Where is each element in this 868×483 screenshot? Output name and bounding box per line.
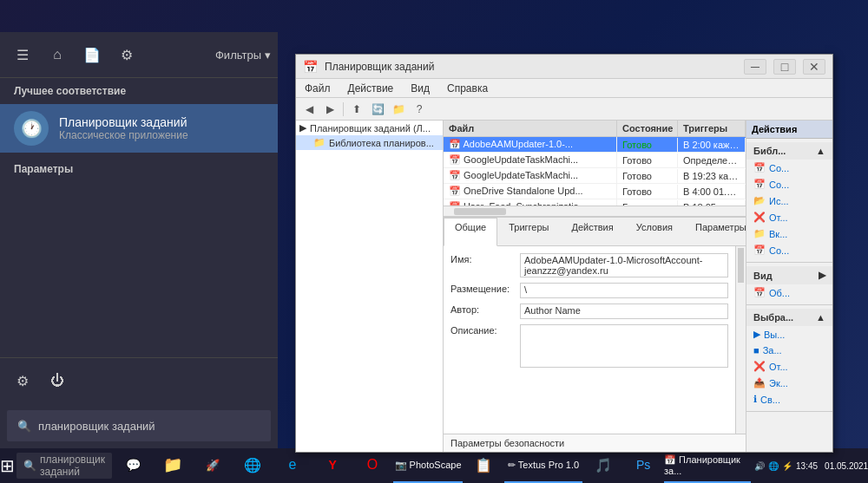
- system-icon-2[interactable]: 🌐: [768, 461, 779, 471]
- power-icon[interactable]: ⏻: [42, 365, 73, 396]
- action-disable2[interactable]: ❌ От...: [746, 358, 832, 375]
- chevron-icon: ▲: [816, 312, 825, 323]
- security-bar: Параметры безопасности: [444, 434, 746, 452]
- tree-arrow-icon: ▶: [299, 122, 306, 134]
- settings-bottom-icon[interactable]: ⚙: [7, 365, 38, 396]
- table-row[interactable]: 📅 User_Feed_Synchronizatio... Готово В 1…: [444, 199, 746, 206]
- system-icon-1[interactable]: 🔊: [754, 461, 765, 471]
- action-icon: 📅: [753, 287, 766, 298]
- taskbar-autostart[interactable]: 🚀: [194, 448, 232, 483]
- settings-icon[interactable]: ⚙: [111, 39, 142, 70]
- start-button[interactable]: ⊞: [0, 448, 15, 483]
- tree-library-label: Библиотека планиров...: [329, 138, 434, 148]
- action-create1[interactable]: 📅 Co...: [746, 160, 832, 176]
- tab-general[interactable]: Общие: [444, 218, 497, 246]
- col-triggers: Триггеры: [678, 121, 746, 136]
- action-export[interactable]: 📤 Эк...: [746, 375, 832, 391]
- taskbar-yandex[interactable]: Y: [313, 448, 352, 483]
- action-create2[interactable]: 📅 Co...: [746, 176, 832, 193]
- action-icon: 📅: [753, 162, 766, 173]
- action-icon: ❌: [753, 212, 766, 223]
- hamburger-icon[interactable]: ☰: [7, 39, 38, 70]
- window-title: Планировщик заданий: [325, 61, 737, 73]
- detail-scroll-thumb[interactable]: [738, 248, 744, 283]
- action-properties[interactable]: ℹ Св...: [746, 391, 832, 408]
- hscroll-thumb[interactable]: [454, 208, 506, 215]
- maximize-button[interactable]: □: [773, 59, 796, 75]
- tree-library[interactable]: 📁 Библиотека планиров...: [296, 135, 443, 150]
- toolbar-up[interactable]: ⬆: [347, 101, 366, 118]
- toolbar-folder[interactable]: 📁: [389, 101, 408, 118]
- search-panel-header: ☰ ⌂ 📄 ⚙ Фильтры ▾: [0, 32, 278, 78]
- action-run[interactable]: ▶ Вы...: [746, 326, 832, 343]
- taskbar-search-bar[interactable]: 🔍 планировщик заданий: [16, 453, 112, 479]
- task-scheduler-window: 📅 Планировщик заданий ─ □ ✕ Файл Действи…: [295, 54, 833, 453]
- field-name-row: Имя: AdobeAAMUpdater-1.0-MicrosoftAccoun…: [450, 253, 728, 277]
- section-library-title: Библ... ▲: [746, 142, 832, 160]
- window-body: ▶ Планировщик заданий (Л... 📁 Библиотека…: [296, 121, 832, 452]
- tab-conditions[interactable]: Условия: [625, 218, 684, 246]
- menu-action[interactable]: Действие: [339, 79, 403, 97]
- menu-view[interactable]: Вид: [402, 79, 438, 97]
- action-stop[interactable]: ■ За...: [746, 343, 832, 358]
- table-row[interactable]: 📅 AdobeAAMUpdater-1.0-... Готово В 2:00 …: [444, 137, 746, 153]
- field-location-row: Размещение: \: [450, 283, 728, 298]
- action-disable[interactable]: ❌ От...: [746, 209, 832, 225]
- menu-file[interactable]: Файл: [296, 79, 339, 97]
- window-icon: 📅: [303, 60, 318, 74]
- actions-title-1: Действия: [746, 121, 832, 139]
- tab-actions[interactable]: Действия: [560, 218, 624, 246]
- filter-label: Фильтры: [215, 49, 261, 62]
- author-value[interactable]: Author Name: [520, 304, 728, 319]
- tab-triggers[interactable]: Триггеры: [497, 218, 560, 246]
- task-name-cell: 📅 User_Feed_Synchronizatio...: [444, 199, 617, 206]
- filter-button[interactable]: Фильтры ▾: [215, 49, 271, 62]
- location-label: Размещение:: [450, 283, 520, 294]
- tab-parameters[interactable]: Параметры: [684, 218, 746, 246]
- close-button[interactable]: ✕: [803, 59, 825, 75]
- table-row[interactable]: 📅 GoogleUpdateTaskMachi... Готово Опреде…: [444, 153, 746, 168]
- col-name: Файл: [444, 121, 617, 136]
- taskbar-wmp[interactable]: 🎵: [584, 448, 622, 483]
- title-bar: 📅 Планировщик заданий ─ □ ✕: [296, 55, 832, 79]
- menu-help[interactable]: Справка: [438, 79, 496, 97]
- action-view-item[interactable]: 📅 Об...: [746, 284, 832, 301]
- task-status-cell: Готово: [617, 153, 678, 167]
- toolbar-back[interactable]: ◀: [299, 101, 319, 118]
- tree-root[interactable]: ▶ Планировщик заданий (Л...: [296, 121, 443, 135]
- action-enable-folder[interactable]: 📁 Вк...: [746, 225, 832, 242]
- toolbar-forward[interactable]: ▶: [320, 101, 339, 118]
- toolbar-help[interactable]: ?: [410, 101, 429, 118]
- taskbar-opera[interactable]: O: [353, 448, 391, 483]
- toolbar-refresh[interactable]: 🔄: [368, 101, 387, 118]
- task-status-cell: Готово: [617, 138, 678, 152]
- document-icon[interactable]: 📄: [76, 39, 108, 70]
- taskbar-edge[interactable]: 🌐: [233, 448, 272, 483]
- taskbar-ie[interactable]: e: [273, 448, 312, 483]
- taskbar-cortana[interactable]: 💬: [114, 448, 152, 483]
- menu-bar: Файл Действие Вид Справка: [296, 79, 832, 98]
- chevron-icon: ▲: [816, 146, 825, 156]
- action-connect[interactable]: 📅 Co...: [746, 242, 832, 258]
- name-value[interactable]: AdobeAAMUpdater-1.0-MicrosoftAccount-jea…: [520, 253, 728, 277]
- taskbar-photoscape[interactable]: 📷 PhotoScape: [393, 448, 463, 483]
- horizontal-scrollbar[interactable]: [444, 206, 746, 216]
- detail-fields: Имя: AdobeAAMUpdater-1.0-MicrosoftAccoun…: [444, 246, 735, 434]
- action-import[interactable]: 📂 Ис...: [746, 193, 832, 209]
- tree-panel: ▶ Планировщик заданий (Л... 📁 Библиотека…: [296, 121, 444, 452]
- detail-scrollbar[interactable]: [735, 246, 746, 434]
- taskbar-word[interactable]: 📋: [464, 448, 503, 483]
- search-result-item[interactable]: 🕐 Планировщик заданий Классическое прило…: [0, 104, 278, 153]
- taskbar-taskscheduler[interactable]: 📅 Планировщик за...: [664, 448, 751, 483]
- table-row[interactable]: 📅 OneDrive Standalone Upd... Готово В 4:…: [444, 184, 746, 199]
- taskbar-ps[interactable]: Ps: [624, 448, 662, 483]
- minimize-button[interactable]: ─: [744, 59, 766, 75]
- action-icon: 📁: [753, 228, 766, 239]
- table-row[interactable]: 📅 GoogleUpdateTaskMachi... Готово В 19:2…: [444, 168, 746, 184]
- taskbar-file-explorer[interactable]: 📁: [154, 448, 192, 483]
- desc-value[interactable]: [520, 324, 728, 368]
- taskbar-textuspro[interactable]: ✏ Textus Pro 1.0: [504, 448, 582, 483]
- location-value[interactable]: \: [520, 283, 728, 298]
- home-icon[interactable]: ⌂: [42, 39, 73, 70]
- system-icon-3[interactable]: ⚡: [782, 461, 792, 471]
